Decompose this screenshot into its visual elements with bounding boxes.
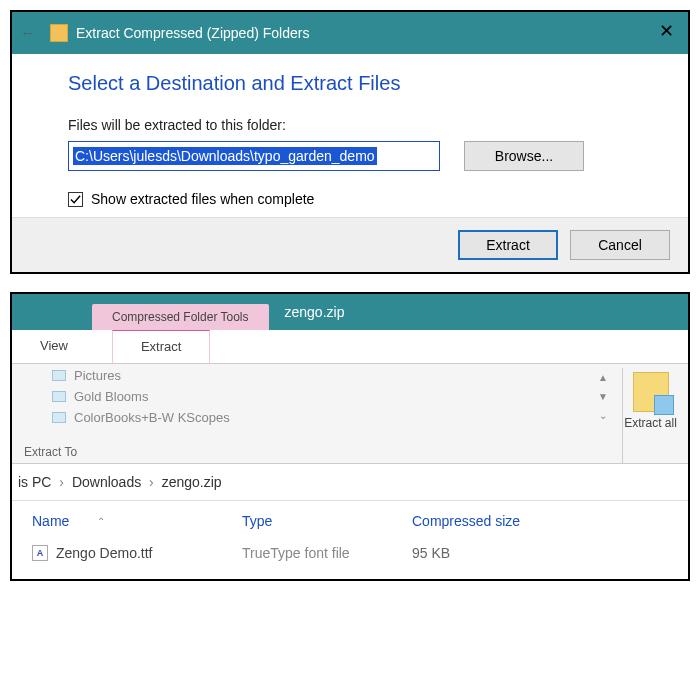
file-name: Zengo Demo.ttf <box>56 545 153 561</box>
folder-icon <box>52 370 66 381</box>
file-row[interactable]: A Zengo Demo.ttf TrueType font file 95 K… <box>12 535 688 579</box>
zip-folder-icon <box>50 24 68 42</box>
gallery-scroll[interactable]: ▲ ▼ ⌄ <box>594 368 622 463</box>
extract-dialog: ← Extract Compressed (Zipped) Folders ✕ … <box>10 10 690 274</box>
extract-all-icon <box>633 372 669 412</box>
ribbon-body: Pictures Gold Blooms ColorBooks+B-W KSco… <box>12 364 688 464</box>
window-title: zengo.zip <box>285 304 345 320</box>
destination-label: ColorBooks+B-W KScopes <box>74 410 230 425</box>
ribbon-tabs: View Extract <box>12 330 688 364</box>
destination-path-input[interactable]: C:\Users\julesds\Downloads\typo_garden_d… <box>68 141 440 171</box>
breadcrumb-segment[interactable]: Downloads <box>72 474 141 490</box>
folder-icon <box>52 412 66 423</box>
breadcrumb-segment[interactable]: is PC <box>18 474 51 490</box>
tab-extract[interactable]: Extract <box>112 330 210 363</box>
dialog-button-bar: Extract Cancel <box>12 217 688 272</box>
checkbox-icon[interactable] <box>68 192 83 207</box>
dialog-titlebar: ← Extract Compressed (Zipped) Folders ✕ <box>12 12 688 54</box>
dialog-title: Extract Compressed (Zipped) Folders <box>76 25 309 41</box>
close-icon[interactable]: ✕ <box>659 20 674 42</box>
extract-all-button[interactable]: Extract all <box>622 368 678 463</box>
checkbox-label: Show extracted files when complete <box>91 191 314 207</box>
destination-label: Gold Blooms <box>74 389 148 404</box>
folder-icon <box>52 391 66 402</box>
file-type: TrueType font file <box>242 545 412 561</box>
column-header-name[interactable]: Name ⌃ <box>32 513 242 529</box>
ribbon-header: Compressed Folder Tools zengo.zip <box>12 294 688 330</box>
tab-view[interactable]: View <box>12 330 96 363</box>
destination-label: Pictures <box>74 368 121 383</box>
dropdown-icon[interactable]: ⌄ <box>599 410 607 421</box>
dialog-body: Select a Destination and Extract Files F… <box>12 54 688 217</box>
ribbon-group-label: Extract To <box>24 445 77 459</box>
destination-item[interactable]: Gold Blooms <box>52 389 594 404</box>
chevron-right-icon: › <box>59 474 64 490</box>
font-file-icon: A <box>32 545 48 561</box>
destination-item[interactable]: Pictures <box>52 368 594 383</box>
extract-button[interactable]: Extract <box>458 230 558 260</box>
selected-path-text: C:\Users\julesds\Downloads\typo_garden_d… <box>73 147 377 165</box>
path-label: Files will be extracted to this folder: <box>68 117 654 133</box>
context-tab[interactable]: Compressed Folder Tools <box>92 304 269 330</box>
chevron-up-icon[interactable]: ▲ <box>598 372 608 383</box>
cancel-button[interactable]: Cancel <box>570 230 670 260</box>
sort-ascending-icon: ⌃ <box>97 516 105 527</box>
back-arrow-icon[interactable]: ← <box>20 24 36 42</box>
file-size: 95 KB <box>412 545 668 561</box>
column-header-size[interactable]: Compressed size <box>412 513 668 529</box>
browse-button[interactable]: Browse... <box>464 141 584 171</box>
column-header-type[interactable]: Type <box>242 513 412 529</box>
explorer-window: Compressed Folder Tools zengo.zip View E… <box>10 292 690 581</box>
extract-all-label: Extract all <box>623 416 678 430</box>
breadcrumb-segment[interactable]: zengo.zip <box>162 474 222 490</box>
show-files-checkbox-row[interactable]: Show extracted files when complete <box>68 191 654 207</box>
destination-gallery[interactable]: Pictures Gold Blooms ColorBooks+B-W KSco… <box>52 368 594 463</box>
chevron-right-icon: › <box>149 474 154 490</box>
destination-item[interactable]: ColorBooks+B-W KScopes <box>52 410 594 425</box>
column-headers: Name ⌃ Type Compressed size <box>12 501 688 535</box>
chevron-down-icon[interactable]: ▼ <box>598 391 608 402</box>
dialog-heading: Select a Destination and Extract Files <box>68 72 654 95</box>
path-row: C:\Users\julesds\Downloads\typo_garden_d… <box>68 141 654 171</box>
breadcrumb[interactable]: is PC › Downloads › zengo.zip <box>12 464 688 501</box>
